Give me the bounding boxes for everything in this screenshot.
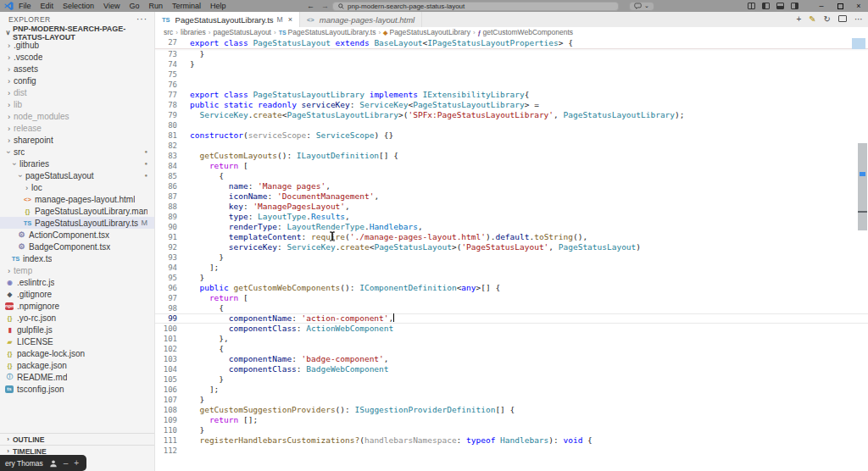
code-line-27[interactable]: 27export class PageStatusLayout extends … bbox=[155, 37, 868, 49]
outline-section[interactable]: › OUTLINE bbox=[0, 433, 154, 445]
tree-item-release[interactable]: ›release bbox=[0, 122, 154, 134]
tree-item-dist[interactable]: ›dist bbox=[0, 86, 154, 98]
code-line-97[interactable]: 97 return [ bbox=[155, 293, 868, 303]
split-editor-icon[interactable] bbox=[838, 12, 847, 27]
tab-close-icon[interactable]: × bbox=[288, 15, 292, 24]
tree-item-libraries[interactable]: ›libraries● bbox=[0, 158, 154, 169]
code-line-76[interactable]: 76 bbox=[155, 80, 868, 90]
code-line-75[interactable]: 75 bbox=[155, 69, 868, 80]
tree-item-config[interactable]: ›config bbox=[0, 75, 154, 86]
tab-pagestatuslayoutlibrary.ts[interactable]: TSPageStatusLayoutLibrary.tsM× bbox=[155, 12, 300, 27]
code-line-93[interactable]: 93 } bbox=[155, 252, 868, 263]
tree-item-temp[interactable]: ›temp bbox=[0, 264, 154, 276]
code-line-105[interactable]: 105 } bbox=[155, 374, 868, 385]
breadcrumb-item-src[interactable]: src bbox=[164, 28, 173, 36]
more-actions-icon[interactable]: ⋯ bbox=[854, 12, 863, 27]
code-line-77[interactable]: 77export class PageStatusLayoutLibrary i… bbox=[155, 90, 868, 100]
menu-go[interactable]: Go bbox=[129, 0, 139, 12]
tree-item-package-lock-json[interactable]: {}package-lock.json bbox=[0, 347, 154, 359]
restore-button[interactable] bbox=[831, 0, 849, 12]
menu-terminal[interactable]: Terminal bbox=[172, 0, 201, 12]
screen-share-overlay[interactable]: ery Thomas – + bbox=[0, 455, 86, 471]
tree-item-gulpfile-js[interactable]: ▮gulpfile.js bbox=[0, 324, 154, 335]
tree-item-manage-pages-layout-html[interactable]: <>manage-pages-layout.html bbox=[0, 193, 154, 205]
code-line-83[interactable]: 83 getCustomLayouts(): ILayoutDefinition… bbox=[155, 151, 868, 161]
code-line-110[interactable]: 110 } bbox=[155, 425, 868, 435]
zoom-in-icon[interactable]: + bbox=[74, 458, 79, 468]
code-line-88[interactable]: 88 key: 'ManagePagesLayout', bbox=[155, 202, 868, 212]
code-line-91[interactable]: 91 templateContent: require('./manage-pa… bbox=[155, 232, 868, 242]
breadcrumb-item-pagestatuslayout[interactable]: pageStatusLayout bbox=[213, 28, 271, 36]
code-line-86[interactable]: 86 name: 'Manage pages', bbox=[155, 181, 868, 191]
code-line-101[interactable]: 101 }, bbox=[155, 334, 868, 344]
code-line-82[interactable]: 82 bbox=[155, 141, 868, 151]
breadcrumb-item-pagestatuslayoutlibrary.ts[interactable]: TSPageStatusLayoutLibrary.ts bbox=[279, 28, 376, 36]
close-button[interactable]: × bbox=[849, 0, 868, 12]
menu-run[interactable]: Run bbox=[148, 0, 163, 12]
forward-icon[interactable]: → bbox=[321, 2, 329, 10]
code-line-78[interactable]: 78public static readonly serviceKey: Ser… bbox=[155, 100, 868, 110]
tree-item-pagestatuslayoutlibrary-manifest-json[interactable]: {}PageStatusLayoutLibrary.manifest.json bbox=[0, 205, 154, 217]
tree-item-actioncomponent-tsx[interactable]: ⚙ActionComponent.tsx bbox=[0, 229, 154, 241]
tree-item-loc[interactable]: ›loc bbox=[0, 181, 154, 193]
tree-item--vscode[interactable]: ›.vscode bbox=[0, 51, 154, 63]
code-line-74[interactable]: 74} bbox=[155, 59, 868, 69]
code-line-103[interactable]: 103 componentName: 'badge-component', bbox=[155, 354, 868, 364]
tree-item--npmignore[interactable]: npm.npmignore bbox=[0, 300, 154, 312]
code-line-73[interactable]: 73 } bbox=[155, 49, 868, 59]
code-line-87[interactable]: 87 iconName: 'DocumentManagement', bbox=[155, 191, 868, 202]
tree-item-lib[interactable]: ›lib bbox=[0, 98, 154, 110]
menu-file[interactable]: File bbox=[19, 0, 31, 12]
minimize-button[interactable]: – bbox=[812, 0, 831, 12]
code-line-99[interactable]: 99 componentName: 'action-component', bbox=[155, 313, 868, 324]
code-line-102[interactable]: 102 { bbox=[155, 344, 868, 354]
tree-item-pagestatuslayout[interactable]: ›pageStatusLayout● bbox=[0, 169, 154, 181]
code-line-80[interactable]: 80 bbox=[155, 120, 868, 130]
code-line-100[interactable]: 100 componentClass: ActionWebComponent bbox=[155, 324, 868, 334]
tree-item-sharepoint[interactable]: ›sharepoint bbox=[0, 134, 154, 146]
breadcrumb-item-pagestatuslayoutlibrary[interactable]: ◈PageStatusLayoutLibrary bbox=[383, 28, 470, 36]
command-center-search[interactable]: pnp-modern-search-page-status-layout bbox=[332, 2, 619, 11]
tree-item-pagestatuslayoutlibrary-ts[interactable]: TSPageStatusLayoutLibrary.tsM bbox=[0, 217, 154, 229]
code-line-96[interactable]: 96 public getCustomWebComponents(): ICom… bbox=[155, 283, 868, 293]
menu-edit[interactable]: Edit bbox=[41, 0, 54, 12]
tree-item--eslintrc-js[interactable]: ◉.eslintrc.js bbox=[0, 276, 154, 288]
tree-item-src[interactable]: ›src● bbox=[0, 146, 154, 158]
code-line-84[interactable]: 84 return [ bbox=[155, 161, 868, 171]
menu-view[interactable]: View bbox=[103, 0, 120, 12]
code-line-112[interactable]: 112 bbox=[155, 446, 868, 456]
tree-item-license[interactable]: ▰LICENSE bbox=[0, 335, 154, 347]
code-line-107[interactable]: 107 } bbox=[155, 395, 868, 405]
code-line-94[interactable]: 94 ]; bbox=[155, 263, 868, 273]
menu-selection[interactable]: Selection bbox=[63, 0, 94, 12]
code-line-79[interactable]: 79 ServiceKey.create<PageStatusLayoutLib… bbox=[155, 110, 868, 120]
tree-item--gitignore[interactable]: ◆.gitignore bbox=[0, 288, 154, 300]
new-file-icon[interactable]: + bbox=[796, 12, 801, 27]
back-icon[interactable]: ← bbox=[307, 2, 314, 10]
editor-scrollbar[interactable] bbox=[857, 37, 868, 471]
tree-item-node-modules[interactable]: ›node_modules bbox=[0, 110, 154, 122]
tree-item-package-json[interactable]: {}package.json bbox=[0, 359, 154, 371]
breadcrumb-item-getcustomwebcomponents[interactable]: ƒgetCustomWebComponents bbox=[478, 28, 574, 36]
explorer-more-actions-icon[interactable]: ··· bbox=[136, 14, 147, 24]
code-line-108[interactable]: 108 getCustomSuggestionProviders(): ISug… bbox=[155, 405, 868, 415]
code-line-104[interactable]: 104 componentClass: BadgeWebComponent bbox=[155, 364, 868, 374]
menu-help[interactable]: Help bbox=[210, 0, 226, 12]
code-line-89[interactable]: 89 type: LayoutType.Results, bbox=[155, 212, 868, 222]
scrollbar-thumb[interactable] bbox=[858, 143, 867, 230]
tree-item-index-ts[interactable]: TSindex.ts bbox=[0, 252, 154, 264]
refresh-changes-icon[interactable]: ↻ bbox=[824, 12, 831, 27]
toggle-secondary-sidebar-icon[interactable] bbox=[791, 3, 798, 9]
tree-item-assets[interactable]: ›assets bbox=[0, 63, 154, 75]
toggle-primary-sidebar-icon[interactable] bbox=[762, 3, 770, 9]
code-line-98[interactable]: 98 { bbox=[155, 303, 868, 313]
code-line-90[interactable]: 90 renderType: LayoutRenderType.Handleba… bbox=[155, 222, 868, 232]
code-line-85[interactable]: 85 { bbox=[155, 171, 868, 181]
copilot-menu[interactable]: ⌄ bbox=[629, 2, 654, 11]
tree-item-tsconfig-json[interactable]: tstsconfig.json bbox=[0, 383, 154, 395]
code-line-81[interactable]: 81constructor(serviceScope: ServiceScope… bbox=[155, 130, 868, 141]
toggle-panel-icon[interactable] bbox=[776, 3, 784, 9]
zoom-out-icon[interactable]: – bbox=[64, 458, 69, 468]
code-line-106[interactable]: 106 ]; bbox=[155, 385, 868, 395]
workspace-section-header[interactable]: ∨ PNP-MODERN-SEARCH-PAGE-STATUS-LAYOUT bbox=[0, 26, 154, 39]
